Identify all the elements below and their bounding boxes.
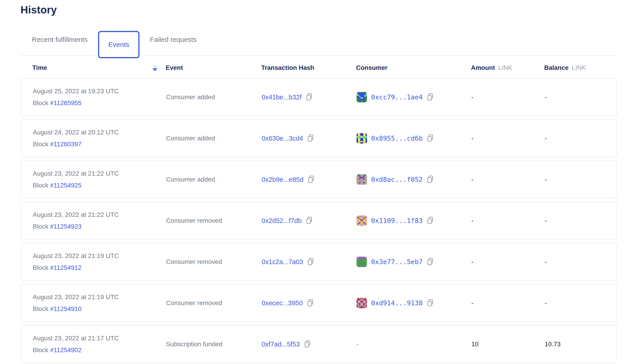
amount-value: -: [472, 300, 545, 307]
consumer-blockie-avatar: [356, 133, 367, 144]
block-line: Block #11260397: [33, 140, 166, 148]
consumer-blockie-avatar: [356, 256, 367, 267]
transaction-hash-link[interactable]: 0x1c2a...7a03: [262, 258, 303, 266]
transaction-hash-cell: 0x2d52...f7db: [262, 216, 356, 225]
transaction-hash-link[interactable]: 0x2b9e...e85d: [262, 176, 304, 183]
amount-value: -: [472, 135, 545, 142]
transaction-hash-cell: 0x2b9e...e85d: [262, 176, 356, 184]
copy-icon[interactable]: [427, 176, 434, 184]
consumer-cell: 0x8955...cd6b: [356, 133, 472, 144]
block-line: Block #11254925: [33, 182, 166, 189]
sort-descending-icon[interactable]: [152, 64, 158, 71]
copy-icon[interactable]: [307, 134, 314, 142]
copy-icon[interactable]: [427, 134, 434, 142]
consumer-address-link[interactable]: 0x3e77...5eb7: [371, 258, 423, 266]
balance-value: -: [545, 258, 608, 266]
column-header-event: Event: [166, 64, 261, 72]
block-line: Block #11265955: [33, 100, 166, 107]
balance-value: -: [545, 94, 608, 101]
event-type-label: Consumer removed: [166, 300, 262, 307]
block-label: Block: [33, 223, 50, 230]
transaction-hash-link[interactable]: 0x41be...b32f: [262, 94, 302, 101]
consumer-address-link[interactable]: 0x1109...1f83: [371, 217, 423, 224]
tab-failed-requests[interactable]: Failed requests: [150, 36, 196, 44]
copy-icon[interactable]: [307, 299, 314, 307]
balance-unit-label: LINK: [572, 64, 586, 72]
time-cell: August 23, 2022 at 21:17 UTC Block #1125…: [33, 335, 166, 354]
table-row: August 25, 2022 at 19:23 UTC Block #1126…: [20, 78, 617, 116]
block-line: Block #11254923: [33, 223, 166, 230]
time-cell: August 23, 2022 at 21:22 UTC Block #1125…: [33, 211, 166, 230]
event-timestamp: August 23, 2022 at 21:17 UTC: [33, 335, 166, 342]
copy-icon[interactable]: [427, 216, 434, 225]
column-header-balance: Balance LINK: [544, 64, 608, 72]
amount-value: -: [472, 258, 545, 266]
consumer-address-link[interactable]: 0x8955...cd6b: [371, 134, 423, 142]
transaction-hash-cell: 0x1c2a...7a03: [262, 258, 356, 266]
event-timestamp: August 23, 2022 at 21:22 UTC: [33, 211, 166, 218]
consumer-blockie-avatar: [356, 298, 367, 308]
block-label: Block: [33, 264, 50, 271]
event-timestamp: August 24, 2022 at 20:12 UTC: [33, 129, 166, 136]
consumer-blockie-avatar: [356, 174, 367, 185]
copy-icon[interactable]: [427, 299, 434, 307]
column-header-consumer: Consumer: [356, 64, 471, 72]
amount-unit-label: LINK: [498, 64, 512, 72]
column-header-time: Time: [32, 64, 166, 72]
copy-icon[interactable]: [307, 258, 314, 266]
consumer-cell: 0xd8ac...f052: [356, 174, 472, 185]
event-timestamp: August 25, 2022 at 19:23 UTC: [33, 88, 166, 95]
block-line: Block #11254912: [33, 264, 166, 272]
event-type-label: Consumer added: [166, 94, 262, 101]
time-cell: August 23, 2022 at 21:19 UTC Block #1125…: [33, 252, 166, 272]
tab-events[interactable]: Events: [98, 31, 140, 58]
consumer-empty-dash: -: [356, 340, 358, 348]
amount-value: -: [472, 94, 545, 101]
history-page: History Recent fulfillments Events Faile…: [0, 0, 632, 364]
block-number-link[interactable]: #11254902: [50, 346, 82, 354]
copy-icon[interactable]: [427, 258, 434, 266]
copy-icon[interactable]: [306, 216, 312, 225]
balance-value: -: [545, 176, 608, 183]
table-row: August 23, 2022 at 21:17 UTC Block #1125…: [20, 325, 617, 363]
amount-value: -: [472, 217, 545, 224]
amount-value: -: [472, 176, 545, 183]
column-header-amount: Amount LINK: [471, 64, 544, 72]
tab-recent-fulfillments[interactable]: Recent fulfillments: [32, 36, 88, 44]
table-row: August 23, 2022 at 21:22 UTC Block #1125…: [20, 202, 617, 240]
time-cell: August 25, 2022 at 19:23 UTC Block #1126…: [33, 88, 166, 107]
consumer-blockie-avatar: [356, 92, 367, 102]
block-number-link[interactable]: #11254910: [50, 305, 82, 312]
copy-icon[interactable]: [308, 176, 314, 184]
balance-value: -: [545, 217, 608, 224]
copy-icon[interactable]: [306, 93, 312, 101]
transaction-hash-link[interactable]: 0x2d52...f7db: [262, 217, 302, 224]
transaction-hash-link[interactable]: 0xf7ad...5f53: [262, 340, 300, 348]
block-number-link[interactable]: #11254923: [50, 223, 82, 230]
block-line: Block #11254902: [33, 346, 166, 354]
consumer-cell: 0xd914...9138: [356, 298, 472, 308]
consumer-cell: 0x1109...1f83: [356, 216, 472, 226]
balance-value: -: [545, 135, 608, 142]
block-label: Block: [33, 305, 50, 312]
block-label: Block: [33, 346, 50, 354]
copy-icon[interactable]: [427, 93, 434, 101]
consumer-address-link[interactable]: 0xcc79...1ae4: [371, 93, 423, 101]
transaction-hash-cell: 0x630e...3cd4: [262, 134, 356, 142]
event-type-label: Consumer added: [166, 176, 262, 183]
block-number-link[interactable]: #11254912: [50, 264, 82, 271]
block-number-link[interactable]: #11254925: [50, 182, 82, 189]
consumer-cell: 0xcc79...1ae4: [356, 92, 472, 102]
block-number-link[interactable]: #11260397: [50, 140, 82, 148]
copy-icon[interactable]: [304, 340, 311, 348]
consumer-cell: 0x3e77...5eb7: [356, 256, 472, 267]
consumer-address-link[interactable]: 0xd914...9138: [371, 299, 423, 307]
transaction-hash-link[interactable]: 0x630e...3cd4: [262, 135, 303, 142]
block-number-link[interactable]: #11265955: [50, 100, 82, 106]
transaction-hash-link[interactable]: 0xecec...3950: [262, 300, 303, 307]
event-timestamp: August 23, 2022 at 21:22 UTC: [33, 170, 166, 177]
event-type-label: Subscription funded: [166, 340, 262, 348]
block-label: Block: [33, 140, 50, 148]
time-cell: August 23, 2022 at 21:19 UTC Block #1125…: [33, 294, 166, 312]
consumer-address-link[interactable]: 0xd8ac...f052: [371, 176, 423, 183]
